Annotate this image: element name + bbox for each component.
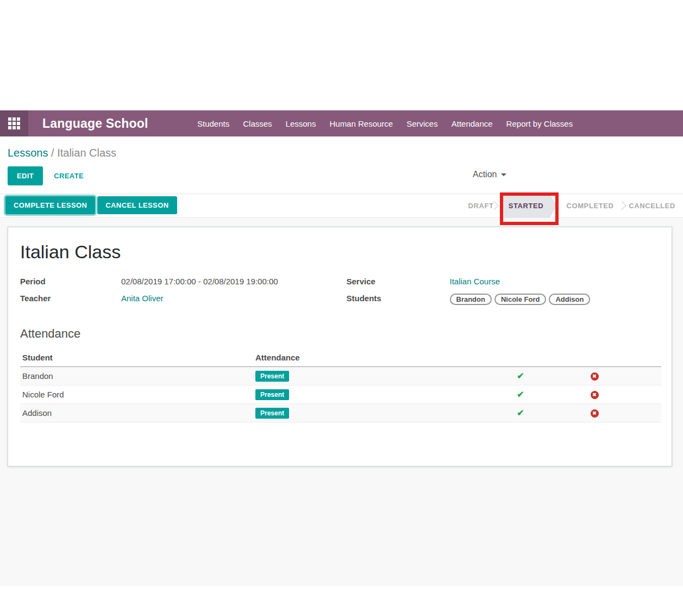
status-badge: Present [255, 408, 289, 419]
control-panel-buttons: EDIT CREATE [8, 166, 87, 185]
column-header-student: Student [20, 350, 253, 366]
lesson-form-sheet: Italian Class Period 02/08/2019 17:00:00… [8, 227, 672, 466]
field-groups: Period 02/08/2019 17:00:00 - 02/08/2019 … [20, 277, 660, 310]
breadcrumb: Lessons / Italian Class [8, 147, 116, 159]
menu-item-lessons[interactable]: Lessons [286, 119, 316, 128]
caret-down-icon [501, 173, 506, 176]
mark-absent-cross-icon[interactable]: ✖ [591, 372, 599, 381]
mark-present-check-icon[interactable]: ✔ [517, 371, 524, 381]
breadcrumb-current: Italian Class [57, 147, 116, 159]
breadcrumb-lessons-link[interactable]: Lessons [8, 147, 48, 159]
attendance-table-body: Brandon Present ✔ ✖ Nicole Ford Present … [20, 367, 661, 422]
mark-absent-cross-icon[interactable]: ✖ [591, 409, 599, 418]
table-row[interactable]: Brandon Present ✔ ✖ [20, 367, 661, 385]
content-background: Italian Class Period 02/08/2019 17:00:00… [0, 219, 683, 586]
complete-lesson-button[interactable]: COMPLETE LESSON [5, 196, 95, 214]
status-step-completed[interactable]: COMPLETED [564, 194, 616, 217]
field-group-right: Service Italian Course Students Brandon … [340, 277, 660, 310]
student-name: Nicole Ford [20, 390, 253, 399]
service-link[interactable]: Italian Course [450, 277, 500, 286]
period-value: 02/08/2019 17:00:00 - 02/08/2019 19:00:0… [121, 277, 278, 286]
statusbar: COMPLETE LESSON CANCEL LESSON DRAFT STAR… [0, 194, 683, 218]
top-navbar: Language School Students Classes Lessons… [0, 110, 683, 136]
menu-item-students[interactable]: Students [197, 119, 229, 128]
apps-grid-icon [8, 117, 20, 129]
action-dropdown-label: Action [473, 170, 497, 179]
field-service: Service Italian Course [340, 277, 660, 289]
record-title: Italian Class [20, 241, 660, 263]
apps-menu-button[interactable] [0, 110, 28, 136]
field-period: Period 02/08/2019 17:00:00 - 02/08/2019 … [20, 277, 340, 289]
teacher-link[interactable]: Anita Oliver [121, 294, 164, 303]
students-label: Students [347, 294, 450, 303]
teacher-label: Teacher [20, 294, 121, 303]
mark-absent-cross-icon[interactable]: ✖ [591, 391, 599, 399]
status-step-cancelled[interactable]: CANCELLED [625, 194, 679, 217]
field-students: Students Brandon Nicole Ford Addison [340, 294, 660, 306]
statusbar-buttons: COMPLETE LESSON CANCEL LESSON [5, 196, 177, 214]
create-button[interactable]: CREATE [51, 166, 87, 185]
field-teacher: Teacher Anita Oliver [20, 294, 340, 306]
cancel-lesson-button[interactable]: CANCEL LESSON [97, 196, 177, 214]
status-badge: Present [255, 371, 289, 382]
breadcrumb-separator: / [51, 147, 57, 159]
period-label: Period [20, 277, 121, 286]
menu-item-human-resource[interactable]: Human Resource [329, 119, 393, 128]
action-dropdown[interactable]: Action [468, 167, 511, 182]
attendance-table-header: Student Attendance [20, 350, 661, 367]
attendance-table: Student Attendance Brandon Present ✔ ✖ N… [20, 350, 661, 422]
main-menu: Students Classes Lessons Human Resource … [197, 110, 573, 136]
app-title: Language School [42, 110, 148, 136]
status-step-started[interactable]: STARTED [500, 194, 557, 217]
menu-item-report-by-classes[interactable]: Report by Classes [506, 119, 573, 128]
service-label: Service [347, 277, 450, 286]
student-name: Addison [20, 408, 253, 418]
table-row[interactable]: Nicole Ford Present ✔ ✖ [20, 385, 661, 404]
mark-present-check-icon[interactable]: ✔ [517, 408, 524, 418]
menu-item-services[interactable]: Services [406, 119, 438, 128]
student-name: Brandon [20, 371, 253, 381]
student-tag: Addison [549, 294, 590, 305]
status-badge: Present [255, 389, 289, 400]
student-tag: Brandon [450, 294, 492, 305]
column-header-attendance: Attendance [253, 350, 484, 366]
table-row[interactable]: Addison Present ✔ ✖ [20, 404, 661, 422]
menu-item-classes[interactable]: Classes [243, 119, 272, 128]
student-tags: Brandon Nicole Ford Addison [450, 294, 591, 305]
edit-button[interactable]: EDIT [8, 166, 43, 185]
screen: Language School Students Classes Lessons… [0, 0, 683, 616]
student-tag: Nicole Ford [494, 294, 547, 305]
field-group-left: Period 02/08/2019 17:00:00 - 02/08/2019 … [20, 277, 340, 310]
attendance-section-title: Attendance [20, 327, 660, 341]
mark-present-check-icon[interactable]: ✔ [517, 390, 524, 399]
menu-item-attendance[interactable]: Attendance [452, 119, 493, 128]
